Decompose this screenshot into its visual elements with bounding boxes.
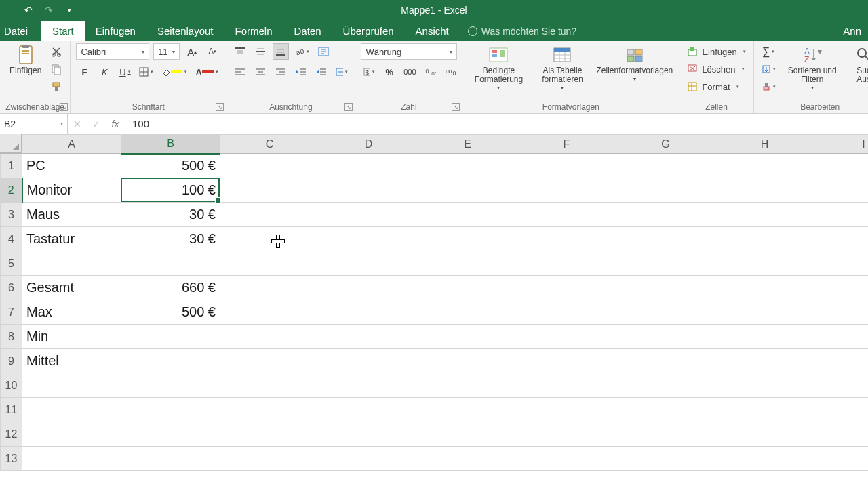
cell-F5[interactable]: [517, 251, 616, 276]
cell-I12[interactable]: [814, 422, 869, 447]
col-header-G[interactable]: G: [616, 135, 715, 154]
fill-color-button[interactable]: [159, 64, 189, 80]
cell-G8[interactable]: [616, 325, 715, 349]
cell-F1[interactable]: [517, 154, 616, 178]
cell-B7[interactable]: 500 €: [121, 300, 220, 325]
cell-E2[interactable]: [418, 178, 517, 203]
cell-C9[interactable]: [220, 349, 319, 373]
number-launcher-icon[interactable]: ↘: [452, 103, 460, 111]
cell-E5[interactable]: [418, 251, 517, 276]
cell-H10[interactable]: [715, 373, 814, 398]
cell-E9[interactable]: [418, 349, 517, 373]
cell-F9[interactable]: [517, 349, 616, 373]
font-name-combo[interactable]: Calibri▾: [76, 43, 149, 60]
tab-data[interactable]: Daten: [283, 21, 332, 41]
comma-style-button[interactable]: 000: [401, 64, 418, 80]
row-header-8[interactable]: 8: [1, 325, 22, 349]
cell-D3[interactable]: [319, 203, 418, 227]
cell-B3[interactable]: 30 €: [121, 203, 220, 227]
row-header-12[interactable]: 12: [1, 422, 22, 447]
cell-D1[interactable]: [319, 154, 418, 178]
cell-G12[interactable]: [616, 422, 715, 447]
cell-H3[interactable]: [715, 203, 814, 227]
cell-D9[interactable]: [319, 349, 418, 373]
cell-E1[interactable]: [418, 154, 517, 178]
tab-formulas[interactable]: Formeln: [224, 21, 283, 41]
qat-customize-icon[interactable]: ▾: [64, 5, 75, 16]
clipboard-launcher-icon[interactable]: ↘: [60, 103, 68, 111]
cell-D6[interactable]: [319, 276, 418, 300]
cell-B8[interactable]: [121, 325, 220, 349]
cell-A2[interactable]: Monitor: [22, 178, 121, 203]
cell-C4[interactable]: [220, 227, 319, 251]
cell-H9[interactable]: [715, 349, 814, 373]
find-select-button[interactable]: Suc Aus: [847, 43, 868, 85]
cell-I2[interactable]: [814, 178, 869, 203]
cancel-formula-button[interactable]: ✕: [68, 119, 87, 129]
enter-formula-button[interactable]: ✓: [87, 119, 106, 129]
cell-A8[interactable]: Min: [22, 325, 121, 349]
cell-E10[interactable]: [418, 373, 517, 398]
cell-G11[interactable]: [616, 398, 715, 422]
cell-E11[interactable]: [418, 398, 517, 422]
decrease-decimal-button[interactable]: .00.0: [442, 64, 458, 80]
align-top-button[interactable]: [232, 43, 248, 60]
row-header-4[interactable]: 4: [1, 227, 22, 251]
increase-font-button[interactable]: A▴: [184, 43, 200, 60]
cell-H11[interactable]: [715, 398, 814, 422]
row-header-6[interactable]: 6: [1, 276, 22, 300]
tab-home[interactable]: Start: [41, 21, 85, 41]
name-box[interactable]: B2: [0, 114, 68, 134]
increase-decimal-button[interactable]: .0.00: [422, 64, 438, 80]
col-header-F[interactable]: F: [517, 135, 616, 154]
cell-D13[interactable]: [319, 447, 418, 471]
col-header-E[interactable]: E: [418, 135, 517, 154]
cell-C11[interactable]: [220, 398, 319, 422]
cell-A10[interactable]: [22, 373, 121, 398]
alignment-launcher-icon[interactable]: ↘: [344, 103, 353, 111]
cell-I9[interactable]: [814, 349, 869, 373]
cell-G10[interactable]: [616, 373, 715, 398]
conditional-formatting-button[interactable]: Bedingte Formatierung▾: [468, 43, 529, 93]
cell-B13[interactable]: [121, 447, 220, 471]
spreadsheet-grid[interactable]: A B C D E F G H I 1PC500 €2Monitor100 €3…: [0, 134, 868, 471]
cell-B6[interactable]: 660 €: [121, 276, 220, 300]
cell-E12[interactable]: [418, 422, 517, 447]
cell-D11[interactable]: [319, 398, 418, 422]
tab-page-layout[interactable]: Seitenlayout: [146, 21, 224, 41]
borders-button[interactable]: [137, 64, 155, 80]
insert-function-button[interactable]: fx: [106, 119, 125, 129]
cell-B10[interactable]: [121, 373, 220, 398]
cell-B11[interactable]: [121, 398, 220, 422]
cell-E6[interactable]: [418, 276, 517, 300]
cell-A6[interactable]: Gesamt: [22, 276, 121, 300]
tab-review[interactable]: Überprüfen: [332, 21, 405, 41]
cell-C13[interactable]: [220, 447, 319, 471]
cell-B1[interactable]: 500 €: [121, 154, 220, 178]
row-header-9[interactable]: 9: [1, 349, 22, 373]
cell-H13[interactable]: [715, 447, 814, 471]
cell-F7[interactable]: [517, 300, 616, 325]
col-header-D[interactable]: D: [319, 135, 418, 154]
number-format-combo[interactable]: Währung▾: [361, 43, 457, 60]
cell-G5[interactable]: [616, 251, 715, 276]
underline-button[interactable]: U: [117, 64, 133, 80]
cell-I7[interactable]: [814, 300, 869, 325]
cell-G3[interactable]: [616, 203, 715, 227]
cell-I5[interactable]: [814, 251, 869, 276]
tab-insert[interactable]: Einfügen: [85, 21, 146, 41]
cell-D12[interactable]: [319, 422, 418, 447]
account-sign-in[interactable]: Ann: [836, 21, 868, 41]
cell-D5[interactable]: [319, 251, 418, 276]
cell-F11[interactable]: [517, 398, 616, 422]
accounting-format-button[interactable]: $: [361, 64, 377, 80]
cell-F3[interactable]: [517, 203, 616, 227]
cell-E8[interactable]: [418, 325, 517, 349]
cell-H4[interactable]: [715, 227, 814, 251]
cell-G6[interactable]: [616, 276, 715, 300]
cell-A1[interactable]: PC: [22, 154, 121, 178]
row-header-5[interactable]: 5: [1, 251, 22, 276]
cell-F8[interactable]: [517, 325, 616, 349]
cell-I10[interactable]: [814, 373, 869, 398]
increase-indent-button[interactable]: [313, 64, 330, 80]
